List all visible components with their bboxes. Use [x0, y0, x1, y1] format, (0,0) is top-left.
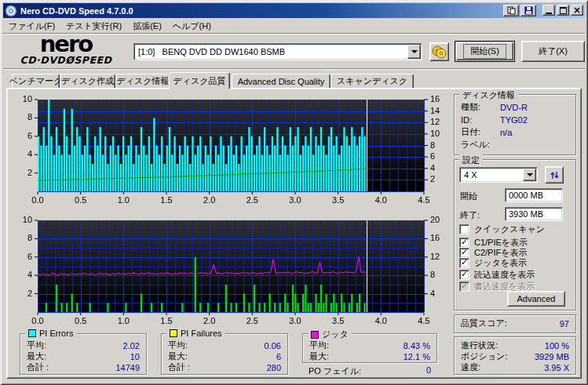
close-icon: × [573, 6, 581, 14]
tab-disc-info[interactable]: ディスク情報 [115, 74, 170, 88]
disc-date-value: n/a [500, 128, 512, 137]
window-title: Nero CD-DVD Speed 4.7.0.0 [20, 6, 133, 16]
minimize-button[interactable] [542, 5, 555, 16]
maximize-button[interactable] [557, 5, 569, 16]
start-position-field[interactable]: 0000 MB [505, 188, 563, 202]
jitter-stats-group: ジッタ 平均:8.43 % 最大:12.1 % [302, 333, 437, 363]
cddvdspeed-logo-text: CD·DVDØSPEED [19, 54, 113, 66]
tab-disc-quality[interactable]: ディスク品質 [169, 72, 230, 89]
pi-failures-title: PI Failures [181, 329, 222, 338]
disc-date-label: 日付: [461, 126, 480, 138]
save-button[interactable] [520, 5, 536, 16]
start-position-label: 開始 [460, 191, 477, 202]
quality-score-value: 97 [560, 319, 569, 329]
menu-extra[interactable]: 拡張(E) [127, 19, 167, 34]
scan-speed-value: 4 X [460, 170, 523, 180]
disc-type-label: 種類: [461, 101, 480, 113]
speed-label: 速度: [461, 361, 480, 373]
copy-icon [507, 6, 516, 15]
pi-errors-chart [16, 94, 452, 210]
start-button[interactable]: 開始(S) [455, 41, 515, 62]
quality-score-label: 品質スコア: [461, 318, 507, 329]
nero-logo: nero CD·DVDØSPEED [19, 35, 113, 66]
po-failures-row: PO フェイル: 0 [309, 365, 431, 377]
copy-to-clipboard-button[interactable] [503, 5, 519, 16]
scan-speed-select[interactable]: 4 X [459, 167, 538, 183]
pi-failures-jitter-chart [16, 215, 452, 331]
refresh-button[interactable] [545, 166, 564, 183]
disc-id-label: ID: [461, 115, 472, 125]
pi-errors-title: PI Errors [39, 329, 73, 338]
position-label: ポジション: [461, 350, 507, 362]
pi-errors-stats-group: PI Errors 平均:2.02 最大:10 合計 :14749 [20, 333, 147, 375]
pi-errors-legend-swatch [28, 329, 36, 337]
drive-select-value: [1:0] BENQ DVD DD DW1640 BSMB [134, 47, 407, 56]
disc-info-title: ディスク情報 [459, 89, 518, 101]
eject-disc-button[interactable] [429, 42, 449, 61]
refresh-icon [550, 170, 560, 180]
tab-benchmark[interactable]: ベンチマーク [12, 74, 60, 88]
quality-score-box: 品質スコア:97 [454, 314, 576, 333]
title-bar: Nero CD-DVD Speed 4.7.0.0 × [3, 3, 585, 18]
tab-advanced-disc-quality[interactable]: Advanced Disc Quality [232, 74, 331, 88]
pi-failures-stats-group: PI Failures 平均:0.06 最大:6 合計 :280 [161, 333, 288, 375]
app-icon [5, 5, 17, 17]
menu-help[interactable]: ヘルプ(H) [167, 19, 217, 34]
drive-select[interactable]: [1:0] BENQ DVD DD DW1640 BSMB [133, 43, 422, 60]
settings-title: 設定 [459, 154, 483, 166]
progress-value: 100 % [545, 341, 569, 350]
po-failures-value: 0 [426, 365, 431, 377]
jitter-title: ジッタ [322, 329, 349, 340]
drive-select-dropdown[interactable] [407, 45, 421, 59]
exit-button-label: 終了(X) [539, 45, 568, 57]
jitter-legend-swatch [311, 331, 319, 339]
end-position-field[interactable]: 3930 MB [505, 207, 563, 221]
close-button[interactable]: × [571, 5, 583, 16]
disc-info-group: ディスク情報 種類:DVD-R ID:TYG02 日付:n/a ラベル: [454, 94, 576, 155]
tab-scandisc[interactable]: スキャンディスク [331, 74, 414, 88]
checkbox-row-quick-scan[interactable]: クイックスキャン [459, 223, 545, 234]
save-icon [524, 6, 533, 15]
checkbox-5 [459, 281, 469, 292]
scan-speed-dropdown[interactable] [523, 169, 536, 181]
chevron-down-icon [411, 50, 418, 53]
progress-label: 進行状況: [461, 340, 498, 351]
checkbox-row-show-jitter[interactable]: ジッタを表示 [459, 257, 527, 268]
discs-icon [432, 45, 447, 59]
disc-label-label: ラベル: [461, 139, 490, 151]
checkbox-0[interactable] [459, 224, 469, 234]
chevron-down-icon [527, 173, 533, 176]
nero-logo-text: nero [19, 35, 113, 54]
checkbox-3[interactable] [459, 258, 469, 268]
progress-box: 進行状況:100 % ポジション:3929 MB 速度:3.95 X [454, 336, 576, 375]
pi-failures-legend-swatch [170, 329, 177, 337]
separator [3, 68, 585, 70]
advanced-button[interactable]: Advanced [507, 291, 565, 307]
exit-button[interactable]: 終了(X) [521, 41, 585, 62]
app-window: Nero CD-DVD Speed 4.7.0.0 × ファ [0, 0, 588, 385]
checkbox-row-show-write-speed: 書込速度を表示 [459, 281, 535, 292]
end-position-label: 終了: [460, 209, 480, 221]
start-button-label: 開始(S) [464, 45, 506, 58]
disc-id-value: TYG02 [500, 115, 528, 125]
speed-value: 3.95 X [544, 363, 569, 372]
maximize-icon [560, 7, 567, 14]
position-value: 3929 MB [535, 352, 569, 361]
checkbox-4[interactable] [459, 270, 469, 280]
tab-create-disc[interactable]: ディスク作成 [60, 74, 115, 88]
po-failures-label: PO フェイル: [309, 365, 361, 377]
disc-type-value: DVD-R [500, 103, 528, 112]
checkbox-row-show-read-speed[interactable]: 読込速度を表示 [459, 269, 535, 280]
minimize-icon [546, 13, 552, 14]
